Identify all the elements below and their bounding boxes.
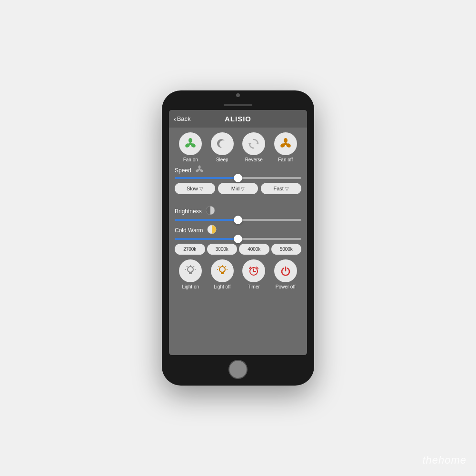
3000k-button[interactable]: 3000k bbox=[207, 244, 238, 255]
4000k-label: 4000k bbox=[248, 247, 260, 252]
svg-point-1 bbox=[188, 138, 192, 143]
sleep-icon-circle bbox=[211, 132, 234, 155]
timer-icon bbox=[248, 265, 260, 277]
speed-label: Speed bbox=[175, 167, 191, 174]
power-off-icon bbox=[279, 265, 292, 277]
2700k-button[interactable]: 2700k bbox=[175, 244, 205, 255]
brightness-slider-fill bbox=[175, 219, 238, 221]
light-on-label: Light on bbox=[182, 284, 199, 289]
mid-icon: ▽ bbox=[241, 186, 245, 191]
speed-slider-fill bbox=[175, 177, 238, 179]
sleep-icon bbox=[216, 137, 229, 150]
svg-point-7 bbox=[284, 138, 288, 143]
light-off-button[interactable]: Light off bbox=[211, 259, 234, 289]
color-temp-label: Cold Warm bbox=[175, 227, 203, 234]
fan-on-icon bbox=[184, 137, 197, 150]
svg-line-31 bbox=[249, 267, 251, 268]
fan-on-button[interactable]: Fan on bbox=[179, 132, 202, 162]
app-header: ‹ Back ALISIO bbox=[169, 110, 307, 128]
color-temp-slider-fill bbox=[175, 238, 238, 240]
speed-slider-thumb[interactable] bbox=[234, 174, 242, 182]
section-gap bbox=[175, 201, 301, 206]
4000k-button[interactable]: 4000k bbox=[239, 244, 269, 255]
back-button[interactable]: ‹ Back bbox=[174, 115, 191, 123]
brightness-label: Brightness bbox=[175, 208, 202, 215]
reverse-button[interactable]: Reverse bbox=[242, 132, 265, 162]
mid-label: Mid bbox=[231, 186, 240, 191]
phone-camera bbox=[236, 93, 240, 97]
speed-slider-track bbox=[175, 177, 301, 179]
light-off-label: Light off bbox=[214, 284, 230, 289]
fan-on-icon-circle bbox=[179, 132, 202, 155]
timer-label: Timer bbox=[248, 284, 260, 289]
reverse-label: Reverse bbox=[245, 157, 263, 162]
slow-button[interactable]: Slow ▽ bbox=[175, 183, 215, 194]
fan-off-button[interactable]: Fan off bbox=[274, 132, 297, 162]
color-temp-slider-track bbox=[175, 238, 301, 240]
mid-button[interactable]: Mid ▽ bbox=[218, 183, 258, 194]
light-on-button[interactable]: Light on bbox=[179, 259, 202, 289]
brightness-slider-track bbox=[175, 219, 301, 221]
bottom-controls-row: Light on Light off bbox=[175, 259, 301, 289]
power-off-label: Power off bbox=[276, 284, 296, 289]
5000k-label: 5000k bbox=[280, 247, 293, 252]
reverse-icon bbox=[247, 137, 260, 150]
fast-icon: ▽ bbox=[285, 186, 289, 191]
timer-circle bbox=[242, 259, 265, 282]
fan-off-icon-circle bbox=[274, 132, 297, 155]
sleep-label: Sleep bbox=[216, 157, 228, 162]
light-on-circle bbox=[179, 259, 202, 282]
speed-slider[interactable] bbox=[175, 177, 301, 179]
power-off-circle bbox=[274, 259, 297, 282]
timer-button[interactable]: Timer bbox=[242, 259, 265, 289]
slow-icon: ▽ bbox=[199, 186, 203, 191]
app-content: Fan on Sleep bbox=[169, 128, 307, 294]
power-off-button[interactable]: Power off bbox=[274, 259, 297, 289]
5000k-button[interactable]: 5000k bbox=[271, 244, 302, 255]
color-temp-icon[interactable] bbox=[207, 225, 217, 236]
svg-line-20 bbox=[187, 266, 188, 267]
phone-shell: ‹ Back ALISIO bbox=[162, 90, 314, 386]
light-off-icon bbox=[216, 265, 228, 277]
fan-on-label: Fan on bbox=[183, 157, 198, 162]
svg-point-22 bbox=[219, 267, 225, 272]
slow-label: Slow bbox=[187, 186, 198, 191]
sleep-button[interactable]: Sleep bbox=[211, 132, 234, 162]
speed-fan-icon bbox=[195, 165, 204, 175]
svg-line-24 bbox=[225, 266, 226, 267]
light-off-circle bbox=[211, 259, 234, 282]
home-button[interactable] bbox=[228, 360, 248, 379]
color-temp-slider-thumb[interactable] bbox=[234, 235, 242, 243]
reverse-icon-circle bbox=[242, 132, 265, 155]
3000k-label: 3000k bbox=[216, 247, 228, 252]
watermark: thehome bbox=[422, 454, 466, 466]
back-chevron-icon: ‹ bbox=[174, 115, 176, 123]
phone-speaker bbox=[224, 104, 252, 106]
2700k-label: 2700k bbox=[183, 247, 196, 252]
svg-line-26 bbox=[218, 266, 219, 267]
phone-screen: ‹ Back ALISIO bbox=[169, 110, 307, 355]
fan-off-label: Fan off bbox=[278, 157, 293, 162]
color-temp-slider[interactable] bbox=[175, 238, 301, 240]
fast-label: Fast bbox=[273, 186, 283, 191]
brightness-toggle-icon[interactable] bbox=[206, 206, 215, 217]
svg-line-32 bbox=[257, 267, 258, 268]
color-temp-buttons-row: 2700k 3000k 4000k 5000k bbox=[175, 244, 301, 255]
svg-point-11 bbox=[198, 166, 200, 169]
fan-controls-row: Fan on Sleep bbox=[175, 132, 301, 162]
app-title: ALISIO bbox=[225, 115, 251, 123]
fast-button[interactable]: Fast ▽ bbox=[261, 183, 301, 194]
svg-point-16 bbox=[188, 267, 193, 272]
svg-line-18 bbox=[193, 266, 194, 267]
fan-off-icon bbox=[279, 137, 292, 150]
brightness-slider-thumb[interactable] bbox=[234, 216, 242, 224]
back-label: Back bbox=[177, 115, 191, 122]
light-on-icon bbox=[184, 265, 197, 277]
brightness-slider[interactable] bbox=[175, 219, 301, 221]
speed-buttons-row: Slow ▽ Mid ▽ Fast ▽ bbox=[175, 183, 301, 194]
